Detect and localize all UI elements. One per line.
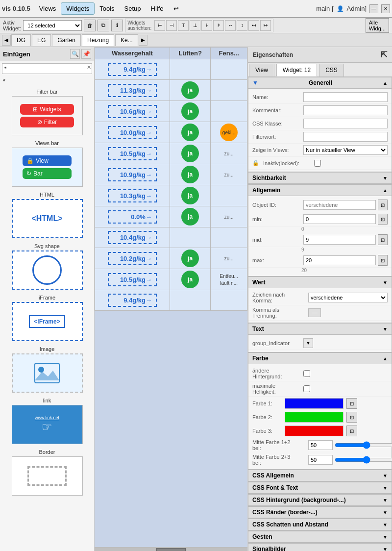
sidebar-search-input[interactable] bbox=[2, 63, 92, 74]
info-widget-button[interactable]: ℹ bbox=[111, 20, 123, 31]
align-right-button[interactable]: ⊤ bbox=[178, 20, 189, 31]
section-signalbilder-header[interactable]: Signalbilder ▼ bbox=[248, 544, 392, 551]
delete-widget-button[interactable]: 🗑 bbox=[84, 20, 96, 31]
tab-garten[interactable]: Garten bbox=[52, 34, 81, 46]
ja-button[interactable]: ja bbox=[181, 250, 199, 267]
min-btn[interactable]: ⊡ bbox=[378, 214, 388, 225]
tab-nav-right[interactable]: ▶ bbox=[139, 35, 147, 46]
farbe1-color-box[interactable] bbox=[285, 398, 343, 409]
canvas-scrollbar[interactable] bbox=[95, 547, 247, 551]
water-value[interactable]: 10.4g/kg→ bbox=[108, 231, 157, 244]
maximale-helligkeit-checkbox[interactable] bbox=[303, 385, 310, 392]
section-text-header[interactable]: Text ▼ bbox=[248, 324, 392, 335]
widget-select[interactable]: 12 selected bbox=[23, 20, 82, 31]
water-value[interactable]: 0.0%→ bbox=[108, 210, 157, 224]
link-preview[interactable]: www.link.net ☞ bbox=[12, 405, 83, 444]
farbe-collapse-btn[interactable]: ▲ bbox=[383, 356, 388, 361]
filterwort-input[interactable] bbox=[303, 132, 388, 142]
ja-button[interactable]: ja bbox=[181, 187, 199, 204]
generell-collapse-btn[interactable]: ▲ bbox=[383, 80, 388, 86]
water-value[interactable]: 10.5g/kg→ bbox=[108, 273, 157, 286]
sichtbarkeit-collapse-btn[interactable]: ▼ bbox=[383, 175, 388, 181]
image-preview[interactable] bbox=[12, 353, 83, 393]
kommentar-input[interactable] bbox=[303, 105, 388, 115]
water-value[interactable]: 10.0g/kg→ bbox=[108, 126, 157, 139]
section-css-font-header[interactable]: CSS Font & Text ▼ bbox=[248, 482, 392, 494]
sidebar-close-button[interactable]: ✕ bbox=[87, 64, 91, 71]
menu-hilfe[interactable]: Hilfe bbox=[146, 3, 169, 14]
sidebar-pin-button[interactable]: 📌 bbox=[81, 49, 91, 59]
tab-dg[interactable]: DG bbox=[11, 34, 31, 46]
object-id-btn[interactable]: ⊡ bbox=[378, 200, 388, 210]
water-value[interactable]: 11.3g/kg→ bbox=[108, 84, 157, 97]
section-css-hintergrund-header[interactable]: CSS Hintergrund (background-...) ▼ bbox=[248, 495, 392, 506]
iframe-preview[interactable]: <iFrame> bbox=[12, 302, 83, 341]
inaktiv-checkbox[interactable] bbox=[314, 160, 321, 167]
zeichen-select[interactable]: verschiedene bbox=[308, 293, 388, 302]
align-top-button[interactable]: ⊥ bbox=[190, 20, 200, 31]
css-klasse-input[interactable] bbox=[303, 119, 388, 128]
ja-button[interactable]: ja bbox=[181, 81, 199, 99]
water-value[interactable]: 10.2g/kg→ bbox=[108, 252, 157, 265]
filterbar-preview[interactable]: ⊞ Widgets ⊘ Filter bbox=[12, 96, 83, 135]
ja-button[interactable]: ja bbox=[181, 124, 199, 141]
css-raender-collapse-btn[interactable]: ▼ bbox=[383, 510, 388, 515]
sidebar-search-button[interactable]: 🔍 bbox=[70, 49, 80, 59]
mitte23-input[interactable] bbox=[308, 455, 333, 465]
scrollbar-thumb[interactable] bbox=[156, 548, 186, 551]
distribute-v-button[interactable]: ↕ bbox=[237, 20, 247, 31]
farbe2-edit-btn[interactable]: ⊡ bbox=[346, 412, 357, 423]
same-height-button[interactable]: ↦ bbox=[260, 20, 271, 31]
menu-setup[interactable]: Setup bbox=[120, 3, 146, 14]
mitte12-input[interactable] bbox=[308, 440, 333, 450]
undo-button[interactable]: ↩ bbox=[169, 3, 184, 14]
tab-css[interactable]: CSS bbox=[319, 64, 344, 76]
allgemein-collapse-btn[interactable]: ▲ bbox=[383, 188, 388, 193]
all-widgets-button[interactable]: AlleWidg... bbox=[366, 18, 389, 33]
water-value[interactable]: 9.4g/kg→ bbox=[108, 294, 157, 307]
object-id-input[interactable] bbox=[303, 200, 376, 210]
gesten-collapse-btn[interactable]: ▼ bbox=[383, 534, 388, 540]
komma-minus-btn[interactable]: — bbox=[308, 308, 321, 317]
tab-nav-left[interactable]: ◀ bbox=[2, 35, 11, 46]
wert-collapse-btn[interactable]: ▼ bbox=[383, 280, 388, 285]
css-schatten-collapse-btn[interactable]: ▼ bbox=[383, 522, 388, 527]
group-indicator-dropdown[interactable]: ▼ bbox=[303, 338, 313, 348]
text-collapse-btn[interactable]: ▼ bbox=[383, 326, 388, 332]
same-width-button[interactable]: ↤ bbox=[248, 20, 259, 31]
tab-ke[interactable]: Ke... bbox=[115, 34, 138, 46]
css-font-collapse-btn[interactable]: ▼ bbox=[383, 485, 388, 491]
close-button[interactable]: ✕ bbox=[381, 4, 390, 13]
copy-widget-button[interactable]: ⧉ bbox=[98, 20, 109, 31]
svg-preview[interactable] bbox=[12, 250, 83, 290]
viewsbar-preview[interactable]: 🔒 View ↻ Bar bbox=[12, 148, 83, 187]
tab-widget12[interactable]: Widget: 12 bbox=[276, 64, 317, 76]
ja-button[interactable]: ja bbox=[181, 166, 199, 183]
mid-btn[interactable]: ⊡ bbox=[378, 234, 388, 245]
section-css-allgemein-header[interactable]: CSS Allgemein ▼ bbox=[248, 470, 392, 481]
farbe1-edit-btn[interactable]: ⊡ bbox=[346, 398, 357, 409]
max-btn[interactable]: ⊡ bbox=[378, 255, 388, 266]
menu-views[interactable]: Views bbox=[34, 3, 61, 14]
align-bottom-button[interactable]: ⊧ bbox=[213, 20, 224, 31]
align-center-v-button[interactable]: ⊦ bbox=[201, 20, 212, 31]
max-input[interactable] bbox=[303, 255, 376, 265]
section-farbe-header[interactable]: Farbe ▲ bbox=[248, 353, 392, 364]
farbe3-edit-btn[interactable]: ⊡ bbox=[346, 426, 357, 436]
water-value[interactable]: 10.9g/kg→ bbox=[108, 168, 157, 181]
mid-input[interactable] bbox=[303, 235, 376, 245]
section-allgemein-header[interactable]: Allgemein ▲ bbox=[248, 185, 392, 196]
minimize-button[interactable]: — bbox=[369, 4, 378, 13]
signalbilder-collapse-btn[interactable]: ▼ bbox=[383, 547, 388, 551]
water-value[interactable]: 10.6g/kg→ bbox=[108, 105, 157, 118]
ja-button[interactable]: ja bbox=[181, 102, 199, 120]
ja-button[interactable]: ja bbox=[181, 208, 199, 225]
tab-eg[interactable]: EG bbox=[32, 34, 51, 46]
menu-tools[interactable]: Tools bbox=[95, 3, 119, 14]
name-input[interactable] bbox=[303, 92, 388, 102]
border-preview[interactable] bbox=[12, 456, 83, 496]
html-preview[interactable]: <HTML> bbox=[12, 199, 83, 238]
section-css-schatten-header[interactable]: CSS Schatten und Abstand ▼ bbox=[248, 519, 392, 530]
water-value[interactable]: 9.4g/kg→ bbox=[108, 63, 157, 76]
water-value[interactable]: 10.5g/kg→ bbox=[108, 147, 157, 160]
